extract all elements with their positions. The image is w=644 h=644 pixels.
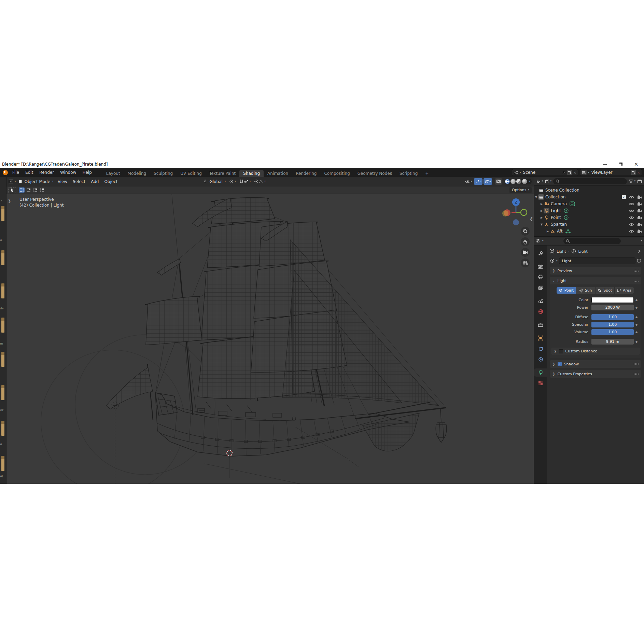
expand-caret-icon[interactable]: ▶ <box>546 230 550 233</box>
light-type-point-button[interactable]: Point <box>557 287 576 294</box>
hide-eye-icon[interactable] <box>629 216 634 220</box>
power-value-field[interactable]: 2000 W <box>591 305 634 310</box>
viewport-menu-object[interactable]: Object <box>101 177 120 186</box>
light-panel[interactable]: ⌄ Light Point <box>550 277 641 358</box>
render-camera-icon[interactable] <box>637 209 642 213</box>
tab-modeling[interactable]: Modeling <box>124 170 150 177</box>
collection-checkbox[interactable]: ✓ <box>622 195 626 199</box>
tab-render[interactable] <box>535 262 546 270</box>
animate-dot-icon[interactable]: ● <box>634 299 639 302</box>
tab-animation[interactable]: Animation <box>264 170 292 177</box>
animate-dot-icon[interactable]: ● <box>634 323 639 326</box>
panel-drag-dots[interactable] <box>633 373 639 376</box>
select-mode-subtract[interactable] <box>32 187 38 193</box>
gizmos-toggle[interactable]: ▾ <box>474 178 482 185</box>
outliner-row-collection[interactable]: ▼ Collection ✓ <box>534 194 644 200</box>
preview-panel[interactable]: ❯ Preview <box>550 267 641 275</box>
toolbar-expand-arrow-icon[interactable]: › <box>1 199 2 202</box>
custom-properties-panel[interactable]: ❯ Custom Properties <box>550 370 641 378</box>
snap-toggle[interactable] <box>239 179 243 184</box>
menu-help[interactable]: Help <box>79 168 95 177</box>
outliner-row-spartan[interactable]: ▼ Spartan <box>534 221 644 228</box>
select-mode-set[interactable] <box>19 187 25 193</box>
navigation-gizmo[interactable]: Z <box>499 195 530 227</box>
light-type-area-button[interactable]: Area <box>615 287 634 294</box>
new-scene-icon[interactable] <box>567 170 572 175</box>
tab-object[interactable] <box>535 334 546 342</box>
animate-dot-icon[interactable]: ● <box>634 331 639 334</box>
custom-distance-checkbox[interactable] <box>559 349 563 353</box>
close-button[interactable]: × <box>628 160 644 168</box>
tab-texture-paint[interactable]: Texture Paint <box>206 170 239 177</box>
overlays-toggle[interactable]: ▾ <box>484 178 492 185</box>
tab-compositing[interactable]: Compositing <box>320 170 353 177</box>
light-type-spot-button[interactable]: Spot <box>596 287 615 294</box>
menu-window[interactable]: Window <box>57 168 79 177</box>
zoom-button[interactable] <box>521 227 530 236</box>
hide-eye-icon[interactable] <box>629 202 634 206</box>
shading-material-button[interactable] <box>516 179 521 184</box>
tab-view-layer[interactable] <box>535 283 546 292</box>
active-tool-select-box-icon[interactable] <box>9 187 16 193</box>
proportional-falloff-dropdown[interactable]: ▾ <box>258 180 266 184</box>
options-button[interactable]: Options ▾ <box>509 187 532 193</box>
viewlayer-selector[interactable]: ▾ ViewLayer × <box>580 169 642 176</box>
transform-orientation-dropdown[interactable]: Global ▾ <box>203 179 226 184</box>
shading-rendered-button[interactable] <box>522 179 527 184</box>
tab-collection[interactable] <box>535 321 546 329</box>
select-mode-extend[interactable] <box>26 187 31 193</box>
animate-dot-icon[interactable]: ● <box>634 316 639 319</box>
menu-edit[interactable]: Edit <box>22 168 36 177</box>
shading-wireframe-button[interactable] <box>505 179 510 184</box>
diffuse-slider[interactable]: 1.00 <box>591 314 634 320</box>
datablock-name-input[interactable]: Light <box>559 257 635 264</box>
expand-caret-icon[interactable]: ▶ <box>540 216 544 219</box>
color-swatch[interactable] <box>591 297 634 303</box>
outliner-row-point[interactable]: ▶ Point <box>534 214 644 221</box>
tab-physics[interactable] <box>535 355 546 363</box>
outliner-row-aft[interactable]: ▶ Aft <box>534 228 644 235</box>
pin-id-icon[interactable] <box>637 249 641 253</box>
mode-dropdown[interactable]: Object Mode ▾ <box>18 179 54 184</box>
tab-rendering[interactable]: Rendering <box>292 170 320 177</box>
fake-user-shield-icon[interactable] <box>637 258 641 263</box>
pin-icon[interactable] <box>562 171 566 174</box>
shading-solid-button[interactable] <box>510 179 516 184</box>
collapse-caret-icon[interactable]: ▼ <box>540 223 544 226</box>
tab-tool[interactable] <box>535 249 546 257</box>
new-viewlayer-icon[interactable] <box>631 170 636 175</box>
render-camera-icon[interactable] <box>637 223 642 226</box>
viewport-menu-add[interactable]: Add <box>88 177 101 186</box>
hide-eye-icon[interactable] <box>629 195 634 199</box>
breadcrumb-object-label[interactable]: Light <box>557 249 566 254</box>
light-type-sun-button[interactable]: Sun <box>576 287 595 294</box>
outliner-display-mode-dropdown[interactable]: ▾ <box>536 179 543 183</box>
viewport-menu-select[interactable]: Select <box>70 177 88 186</box>
panel-drag-dots[interactable] <box>633 279 639 282</box>
collapse-caret-icon[interactable]: ▼ <box>534 196 538 199</box>
specular-slider[interactable]: 1.00 <box>591 322 634 327</box>
render-camera-icon[interactable] <box>637 195 642 199</box>
tab-scripting[interactable]: Scripting <box>396 170 421 177</box>
outliner-filter-id-dropdown[interactable]: ▾ <box>545 179 552 183</box>
menu-file[interactable]: File <box>9 168 22 177</box>
hide-eye-icon[interactable] <box>629 223 634 226</box>
render-camera-icon[interactable] <box>637 202 642 206</box>
tab-output[interactable] <box>535 273 546 281</box>
delete-viewlayer-icon[interactable]: × <box>637 170 640 175</box>
properties-options-chevron-icon[interactable]: ▾ <box>641 240 642 242</box>
volume-slider[interactable]: 1.00 <box>591 329 634 335</box>
tab-texture[interactable] <box>535 379 546 387</box>
blender-logo-icon[interactable] <box>3 170 8 175</box>
new-collection-button[interactable] <box>637 179 642 183</box>
custom-distance-subpanel[interactable]: ❯ Custom Distance <box>551 348 640 355</box>
camera-view-button[interactable] <box>521 248 530 257</box>
pivot-point-dropdown[interactable]: ▾ <box>229 179 236 184</box>
outliner-search-input[interactable] <box>553 178 627 184</box>
tab-add-workspace[interactable]: + <box>421 170 432 177</box>
breadcrumb-data-label[interactable]: Light <box>578 249 587 254</box>
expand-caret-icon[interactable]: ▶ <box>540 209 544 212</box>
tab-world[interactable] <box>535 307 546 316</box>
panel-drag-dots[interactable] <box>633 363 639 366</box>
panel-drag-dots[interactable] <box>633 269 639 272</box>
